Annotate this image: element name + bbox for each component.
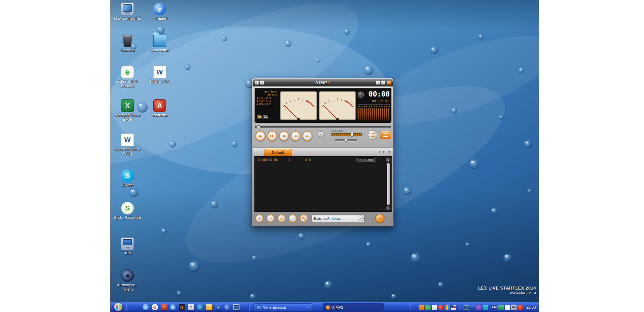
minimize-button[interactable]: _ [376,81,380,85]
my-computer-icon [121,3,134,15]
flag-label: A-B [OFF] [259,97,271,100]
taskbar-clock[interactable]: 22:38 [526,305,536,309]
tray-app-green-icon[interactable] [498,305,504,310]
tray-antivirus-icon[interactable] [425,305,431,310]
balance-handle[interactable] [345,139,347,142]
previous-track-button[interactable]: ◀◀ [290,131,301,141]
tab-scroll-left-button[interactable]: ◂ [377,150,381,153]
tab-menu-button[interactable]: ▾ [387,150,391,153]
balance-slider[interactable] [335,139,357,141]
quicklaunch-settings-icon[interactable]: * [188,304,194,310]
playlist-items-area[interactable] [255,163,385,210]
stop-button[interactable]: ■ [279,131,289,141]
task-button-multimedia[interactable]: Мультимедиа » [254,303,312,311]
desktop-icon-antivirus[interactable]: Антивирус... панель [112,269,143,292]
search-button[interactable] [300,214,308,223]
desktop-icon-my-folder[interactable]: Моя папка [144,34,175,52]
radio-capture-flag[interactable]: RADIO CAP [257,103,278,106]
desktop-icon-word[interactable]: W Microsoft Office Word [112,133,143,156]
tray-network-icon[interactable] [464,305,469,310]
bookmarks-button[interactable]: BOOKMARKS [356,158,376,162]
quicklaunch-internet-explorer-icon[interactable]: e [143,304,149,310]
open-file-button[interactable]: ▲ [318,131,324,137]
tray-app-teal-icon[interactable] [483,305,488,310]
app-title-main: AIMP [315,80,328,85]
sort-button[interactable]: ↕ [288,214,297,223]
desktop-icon-vpn[interactable]: VPN [112,237,143,255]
visualization-button[interactable] [257,115,262,119]
quicklaunch-messenger-icon[interactable]: ◉ [170,304,176,310]
scroll-up-button[interactable]: ▲ [386,158,390,162]
main-menu-button[interactable] [368,130,377,140]
quicklaunch-update-icon[interactable]: ▲ [215,304,221,310]
remove-button[interactable]: − [266,214,275,223]
tray-us-flag-icon[interactable] [451,305,456,310]
playlist-scrollbar[interactable] [386,163,390,205]
next-track-button[interactable]: ▶▶ [302,131,313,141]
quicklaunch-network-icon[interactable]: ● [197,304,203,310]
tray-palette-icon[interactable] [444,305,450,310]
quicklaunch-opera-icon[interactable]: O [152,304,158,310]
close-button[interactable]: × [387,81,391,85]
desktop-icon-my-computer[interactable]: Мой компьютер [112,3,143,21]
skype-icon: S [121,169,134,182]
desktop-icon-eset[interactable]: e ESET Smart Security [112,66,143,88]
start-button[interactable] [114,302,123,312]
tray-shield-icon[interactable] [470,305,475,310]
title-bar[interactable]: ▪ ▪ AIMP2 _ □ × [253,79,393,86]
playlist-track-count: 0 [288,158,290,162]
seek-bar[interactable] [255,126,391,128]
scrollbar-thumb[interactable] [387,163,390,205]
quicklaunch-show-desktop-icon[interactable] [233,304,239,310]
select-button[interactable]: ▤ [277,214,286,223]
tab-scroll-right-button[interactable]: ▸ [382,150,386,153]
tray-cursor-icon[interactable] [505,305,510,310]
desktop[interactable]: Мой компьютер e Интернет Корзина Моя пап… [110,0,539,312]
playlist-toggle-button[interactable] [380,131,391,139]
chevron-right-icon[interactable]: » [308,306,310,309]
quicklaunch-aimp-icon[interactable]: ▌▌ [179,304,185,310]
search-go-button[interactable]: ▸ [358,215,364,221]
pause-button[interactable]: ▌▌ [267,131,277,141]
task-button-aimp2[interactable]: AIMP2 [323,303,384,311]
playlist-controls: + − ▤ ↕ ▸ ▪ [252,212,394,227]
volume-slider[interactable] [331,133,362,136]
quicklaunch-download-master-icon[interactable]: ▼ [161,304,167,310]
scroll-down-button[interactable]: ▼ [386,206,390,210]
display-panel: 000 KBPS 00 KHZ A-B [OFF] COPY FILE RADI… [255,88,391,123]
desktop-icon-sticky-password[interactable]: S Sticky Password [112,202,143,220]
quicklaunch-media-player-icon[interactable]: ► [224,304,230,310]
playlist-mode-button[interactable]: ▪ [375,214,384,223]
spectrum-analyzer[interactable] [358,108,390,120]
play-button[interactable]: ▶ [255,131,266,141]
time-knob[interactable] [358,91,364,98]
desktop-icon-skype[interactable]: S Skype [112,169,143,187]
word-document-icon: W [153,66,166,78]
taskbar-separator [126,304,127,311]
playlist-tab-default[interactable]: Default [264,149,292,156]
tray-volume-icon[interactable]: ♪ [457,305,463,310]
quicklaunch-folder-icon[interactable] [206,304,212,310]
add-button[interactable]: + [255,214,264,223]
desktop-icon-recycle-bin[interactable]: Корзина [112,34,143,52]
desktop-icon-readme-doc[interactable]: W Прочти.doc [144,66,175,84]
folder-icon [153,34,166,47]
desktop-icon-excel[interactable]: X Microsoft Office Excel [112,99,143,122]
language-indicator[interactable]: EN [491,305,497,310]
tray-printer-icon[interactable] [511,305,517,310]
volume-handle[interactable] [351,133,353,137]
desktop-icon-internet[interactable]: e Интернет [144,3,175,21]
snapshot-button[interactable] [263,115,268,119]
tray-app-purple-icon[interactable] [476,305,482,310]
tray-alert2-icon[interactable] [518,305,523,310]
flag-dot-icon [257,98,258,99]
seek-handle[interactable] [257,125,261,128]
desktop-icon-udalenka[interactable]: A Удаленка [144,99,175,117]
tray-alert-icon[interactable] [438,305,443,310]
tray-app-orange-icon[interactable] [419,305,424,310]
tray-document-icon[interactable] [432,305,437,310]
ab-repeat-flag[interactable]: A-B [OFF] [257,97,278,100]
copy-file-flag[interactable]: COPY FILE [257,100,278,103]
search-input[interactable] [314,215,356,222]
maximize-button[interactable]: □ [381,81,385,85]
